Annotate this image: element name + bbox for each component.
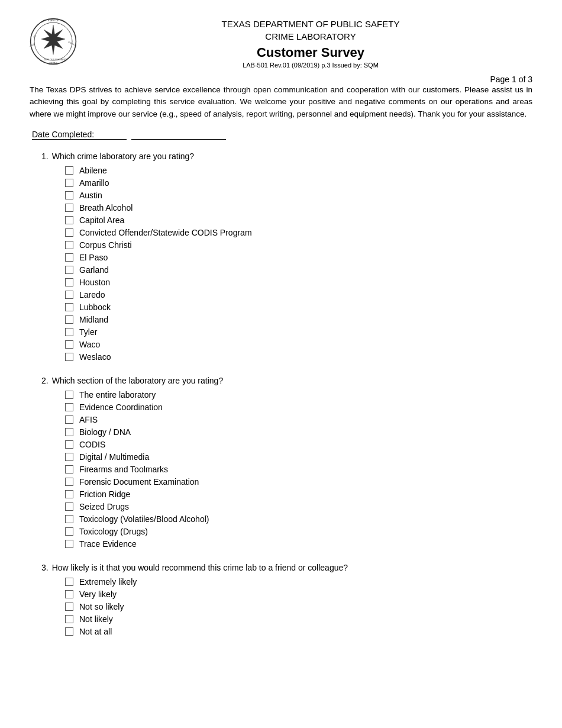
checkbox-icon[interactable] [65, 428, 73, 436]
option-label: Evidence Coordination [79, 402, 163, 412]
question-text: Which section of the laboratory are you … [52, 376, 224, 385]
checkbox-icon[interactable] [65, 228, 73, 237]
checkbox-icon[interactable] [65, 216, 73, 224]
checkbox-icon[interactable] [65, 590, 73, 598]
checkbox-icon[interactable] [65, 328, 73, 336]
list-item[interactable]: Not so likely [65, 602, 532, 611]
option-label: Friction Ridge [79, 489, 130, 499]
option-label: CODIS [79, 440, 105, 449]
option-label: The entire laboratory [79, 390, 156, 400]
checkbox-icon[interactable] [65, 315, 73, 324]
option-label: Not so likely [79, 602, 124, 611]
checkbox-icon[interactable] [65, 478, 73, 486]
list-item[interactable]: Biology / DNA [65, 427, 532, 437]
list-item[interactable]: Firearms and Toolmarks [65, 465, 532, 474]
option-label: AFIS [79, 415, 98, 424]
list-item[interactable]: Lubbock [65, 302, 532, 312]
question-2: 2.Which section of the laboratory are yo… [30, 376, 532, 549]
option-label: Abilene [79, 166, 107, 175]
list-item[interactable]: Very likely [65, 590, 532, 599]
list-item[interactable]: Not likely [65, 614, 532, 624]
option-label: Garland [79, 265, 109, 275]
checkbox-icon[interactable] [65, 166, 73, 175]
checkbox-icon[interactable] [65, 353, 73, 361]
checkbox-icon[interactable] [65, 615, 73, 623]
list-item[interactable]: Laredo [65, 290, 532, 299]
date-label: Date Completed: [32, 130, 127, 140]
checkbox-icon[interactable] [65, 340, 73, 349]
checkbox-icon[interactable] [65, 241, 73, 249]
list-item[interactable]: The entire laboratory [65, 390, 532, 400]
checkbox-icon[interactable] [65, 191, 73, 199]
checkbox-icon[interactable] [65, 627, 73, 636]
checkbox-icon[interactable] [65, 291, 73, 299]
list-item[interactable]: Toxicology (Drugs) [65, 527, 532, 536]
list-item[interactable]: Forensic Document Examination [65, 477, 532, 487]
checkbox-icon[interactable] [65, 527, 73, 536]
checkbox-icon[interactable] [65, 415, 73, 424]
checkbox-icon[interactable] [65, 278, 73, 286]
question-text: How likely is it that you would recommen… [52, 563, 348, 572]
checkbox-icon[interactable] [65, 266, 73, 274]
checkbox-icon[interactable] [65, 603, 73, 611]
list-item[interactable]: Weslaco [65, 352, 532, 362]
list-item[interactable]: Capitol Area [65, 215, 532, 225]
checkbox-icon[interactable] [65, 204, 73, 212]
option-label: Trace Evidence [79, 539, 137, 549]
header-text-block: TEXAS DEPARTMENT OF PUBLIC SAFETY CRIME … [89, 18, 532, 69]
list-item[interactable]: Waco [65, 340, 532, 349]
option-label: Lubbock [79, 302, 111, 312]
list-item[interactable]: Digital / Multimedia [65, 452, 532, 462]
checkbox-icon[interactable] [65, 578, 73, 586]
svg-text:SAFETY: SAFETY [67, 41, 76, 47]
checkbox-icon[interactable] [65, 253, 73, 262]
list-item[interactable]: Austin [65, 191, 532, 200]
list-item[interactable]: Trace Evidence [65, 539, 532, 549]
list-item[interactable]: Toxicology (Volatiles/Blood Alcohol) [65, 514, 532, 524]
option-label: Very likely [79, 590, 117, 599]
checkbox-icon[interactable] [65, 391, 73, 399]
list-item[interactable]: Convicted Offender/Statewide CODIS Progr… [65, 228, 532, 237]
option-label: Not at all [79, 627, 112, 636]
checkbox-icon[interactable] [65, 502, 73, 511]
question-number: 1. [41, 152, 49, 161]
list-item[interactable]: Midland [65, 315, 532, 324]
checkbox-icon[interactable] [65, 540, 73, 548]
option-label: Firearms and Toolmarks [79, 465, 168, 474]
option-label: Waco [79, 340, 100, 349]
checkbox-icon[interactable] [65, 179, 73, 187]
checkbox-icon[interactable] [65, 403, 73, 411]
option-label: Digital / Multimedia [79, 452, 149, 462]
list-item[interactable]: Garland [65, 265, 532, 275]
checkbox-icon[interactable] [65, 303, 73, 311]
checkbox-icon[interactable] [65, 515, 73, 523]
checkbox-icon[interactable] [65, 440, 73, 449]
list-item[interactable]: Breath Alcohol [65, 203, 532, 212]
list-item[interactable]: Houston [65, 278, 532, 287]
option-label: Capitol Area [79, 215, 124, 225]
list-item[interactable]: Seized Drugs [65, 502, 532, 511]
question-2-options: The entire laboratoryEvidence Coordinati… [65, 390, 532, 549]
list-item[interactable]: Amarillo [65, 178, 532, 188]
question-3: 3.How likely is it that you would recomm… [30, 563, 532, 636]
question-2-label: 2.Which section of the laboratory are yo… [41, 376, 532, 385]
form-subtitle: LAB-501 Rev.01 (09/2019) p.3 Issued by: … [89, 62, 532, 69]
checkbox-icon[interactable] [65, 465, 73, 473]
option-label: Forensic Document Examination [79, 477, 199, 487]
date-completed-field: Date Completed: [30, 130, 532, 140]
list-item[interactable]: Extremely likely [65, 577, 532, 587]
list-item[interactable]: Tyler [65, 327, 532, 337]
list-item[interactable]: El Paso [65, 253, 532, 262]
list-item[interactable]: Corpus Christi [65, 240, 532, 250]
list-item[interactable]: Not at all [65, 627, 532, 636]
list-item[interactable]: Abilene [65, 166, 532, 175]
list-item[interactable]: Friction Ridge [65, 489, 532, 499]
checkbox-icon[interactable] [65, 453, 73, 461]
list-item[interactable]: AFIS [65, 415, 532, 424]
list-item[interactable]: Evidence Coordination [65, 402, 532, 412]
option-label: El Paso [79, 253, 108, 262]
list-item[interactable]: CODIS [65, 440, 532, 449]
date-underline[interactable] [131, 130, 226, 140]
checkbox-icon[interactable] [65, 490, 73, 498]
page-number: Page 1 of 3 [30, 75, 532, 84]
